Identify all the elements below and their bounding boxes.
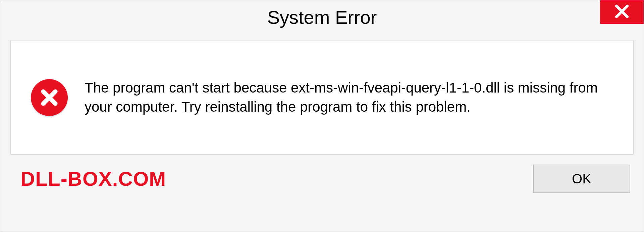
close-button[interactable] [600,0,644,24]
watermark-text: DLL-BOX.COM [20,167,166,190]
ok-button[interactable]: OK [533,165,630,193]
error-message: The program can't start because ext-ms-w… [85,78,613,116]
titlebar: System Error [0,0,644,34]
close-icon [614,3,630,21]
error-icon [31,79,68,116]
dialog-title: System Error [267,6,377,28]
error-dialog: System Error The program can't start bec… [0,0,644,232]
dialog-footer: DLL-BOX.COM OK [0,155,644,203]
content-panel: The program can't start because ext-ms-w… [10,41,634,155]
